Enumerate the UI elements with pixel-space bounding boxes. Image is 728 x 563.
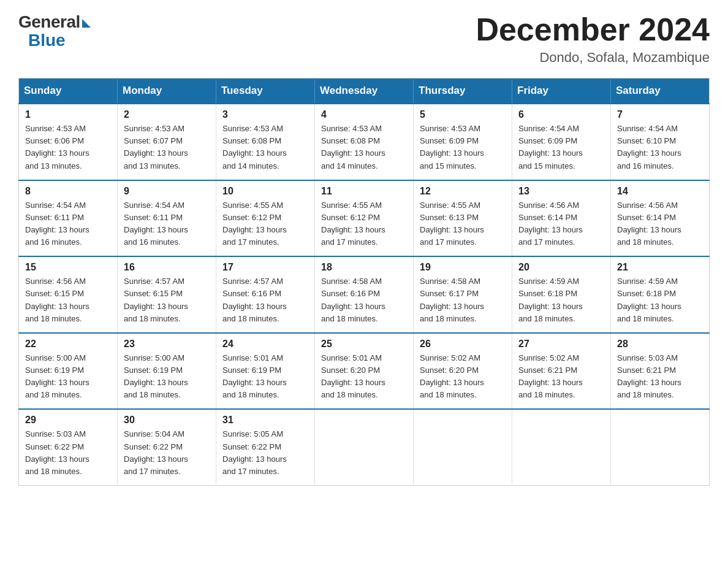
day-number: 28 xyxy=(617,339,703,350)
day-number: 21 xyxy=(617,262,703,273)
day-cell: 20Sunrise: 4:59 AMSunset: 6:18 PMDayligh… xyxy=(512,256,611,333)
day-number: 26 xyxy=(420,339,506,350)
day-cell: 10Sunrise: 4:55 AMSunset: 6:12 PMDayligh… xyxy=(216,180,315,257)
day-number: 24 xyxy=(222,339,308,350)
week-row-4: 22Sunrise: 5:00 AMSunset: 6:19 PMDayligh… xyxy=(19,333,710,410)
day-number: 2 xyxy=(124,109,210,120)
day-cell: 13Sunrise: 4:56 AMSunset: 6:14 PMDayligh… xyxy=(512,180,611,257)
day-number: 15 xyxy=(25,262,111,273)
day-cell xyxy=(414,409,512,485)
day-info: Sunrise: 4:57 AMSunset: 6:16 PMDaylight:… xyxy=(222,275,308,325)
day-cell: 5Sunrise: 4:53 AMSunset: 6:09 PMDaylight… xyxy=(414,104,512,180)
day-cell: 11Sunrise: 4:55 AMSunset: 6:12 PMDayligh… xyxy=(315,180,414,257)
day-info: Sunrise: 4:56 AMSunset: 6:15 PMDaylight:… xyxy=(25,275,111,325)
day-number: 31 xyxy=(222,415,308,426)
day-number: 4 xyxy=(321,109,407,120)
location-subtitle: Dondo, Sofala, Mozambique xyxy=(476,50,710,66)
calendar-header-row: SundayMondayTuesdayWednesdayThursdayFrid… xyxy=(19,79,710,104)
day-info: Sunrise: 5:05 AMSunset: 6:22 PMDaylight:… xyxy=(222,428,308,478)
day-cell: 21Sunrise: 4:59 AMSunset: 6:18 PMDayligh… xyxy=(611,256,710,333)
day-cell: 3Sunrise: 4:53 AMSunset: 6:08 PMDaylight… xyxy=(216,104,315,180)
day-cell: 29Sunrise: 5:03 AMSunset: 6:22 PMDayligh… xyxy=(19,409,118,485)
day-cell: 6Sunrise: 4:54 AMSunset: 6:09 PMDaylight… xyxy=(512,104,611,180)
day-number: 5 xyxy=(420,109,506,120)
day-number: 22 xyxy=(25,339,111,350)
day-info: Sunrise: 4:57 AMSunset: 6:15 PMDaylight:… xyxy=(124,275,210,325)
day-info: Sunrise: 4:53 AMSunset: 6:07 PMDaylight:… xyxy=(124,123,210,172)
day-number: 25 xyxy=(321,339,407,350)
day-cell: 30Sunrise: 5:04 AMSunset: 6:22 PMDayligh… xyxy=(118,409,216,485)
day-info: Sunrise: 5:03 AMSunset: 6:21 PMDaylight:… xyxy=(617,352,703,402)
day-cell: 31Sunrise: 5:05 AMSunset: 6:22 PMDayligh… xyxy=(216,409,315,485)
day-cell xyxy=(512,409,611,485)
day-info: Sunrise: 4:55 AMSunset: 6:12 PMDaylight:… xyxy=(321,199,407,249)
day-number: 8 xyxy=(25,186,111,197)
day-cell: 14Sunrise: 4:56 AMSunset: 6:14 PMDayligh… xyxy=(611,180,710,257)
logo-general-text: General xyxy=(18,12,80,32)
day-number: 10 xyxy=(222,186,308,197)
day-number: 20 xyxy=(518,262,604,273)
logo-arrow-icon xyxy=(82,19,91,28)
day-cell: 12Sunrise: 4:55 AMSunset: 6:13 PMDayligh… xyxy=(414,180,512,257)
day-cell: 15Sunrise: 4:56 AMSunset: 6:15 PMDayligh… xyxy=(19,256,118,333)
day-number: 12 xyxy=(420,186,506,197)
header-friday: Friday xyxy=(512,79,611,104)
header-sunday: Sunday xyxy=(19,79,118,104)
day-info: Sunrise: 4:55 AMSunset: 6:12 PMDaylight:… xyxy=(222,199,308,249)
header-monday: Monday xyxy=(118,79,216,104)
day-cell: 27Sunrise: 5:02 AMSunset: 6:21 PMDayligh… xyxy=(512,333,611,410)
week-row-1: 1Sunrise: 4:53 AMSunset: 6:06 PMDaylight… xyxy=(19,104,710,180)
day-info: Sunrise: 5:00 AMSunset: 6:19 PMDaylight:… xyxy=(25,352,111,402)
day-cell: 4Sunrise: 4:53 AMSunset: 6:08 PMDaylight… xyxy=(315,104,414,180)
day-info: Sunrise: 4:55 AMSunset: 6:13 PMDaylight:… xyxy=(420,199,506,249)
day-number: 11 xyxy=(321,186,407,197)
day-number: 29 xyxy=(25,415,111,426)
day-info: Sunrise: 4:59 AMSunset: 6:18 PMDaylight:… xyxy=(617,275,703,325)
header-thursday: Thursday xyxy=(414,79,512,104)
day-info: Sunrise: 4:54 AMSunset: 6:10 PMDaylight:… xyxy=(617,123,703,172)
day-info: Sunrise: 4:53 AMSunset: 6:06 PMDaylight:… xyxy=(25,123,111,172)
day-number: 13 xyxy=(518,186,604,197)
day-number: 27 xyxy=(518,339,604,350)
day-info: Sunrise: 4:58 AMSunset: 6:17 PMDaylight:… xyxy=(420,275,506,325)
day-cell: 9Sunrise: 4:54 AMSunset: 6:11 PMDaylight… xyxy=(118,180,216,257)
day-cell: 7Sunrise: 4:54 AMSunset: 6:10 PMDaylight… xyxy=(611,104,710,180)
day-cell: 25Sunrise: 5:01 AMSunset: 6:20 PMDayligh… xyxy=(315,333,414,410)
day-cell: 19Sunrise: 4:58 AMSunset: 6:17 PMDayligh… xyxy=(414,256,512,333)
day-number: 18 xyxy=(321,262,407,273)
day-info: Sunrise: 4:56 AMSunset: 6:14 PMDaylight:… xyxy=(617,199,703,249)
day-cell: 18Sunrise: 4:58 AMSunset: 6:16 PMDayligh… xyxy=(315,256,414,333)
day-number: 14 xyxy=(617,186,703,197)
day-number: 30 xyxy=(124,415,210,426)
day-info: Sunrise: 4:54 AMSunset: 6:11 PMDaylight:… xyxy=(25,199,111,249)
title-block: December 2024 Dondo, Sofala, Mozambique xyxy=(476,12,710,66)
day-info: Sunrise: 5:02 AMSunset: 6:20 PMDaylight:… xyxy=(420,352,506,402)
day-cell: 24Sunrise: 5:01 AMSunset: 6:19 PMDayligh… xyxy=(216,333,315,410)
day-info: Sunrise: 5:01 AMSunset: 6:20 PMDaylight:… xyxy=(321,352,407,402)
day-number: 16 xyxy=(124,262,210,273)
day-cell: 28Sunrise: 5:03 AMSunset: 6:21 PMDayligh… xyxy=(611,333,710,410)
week-row-3: 15Sunrise: 4:56 AMSunset: 6:15 PMDayligh… xyxy=(19,256,710,333)
day-cell: 16Sunrise: 4:57 AMSunset: 6:15 PMDayligh… xyxy=(118,256,216,333)
day-info: Sunrise: 4:58 AMSunset: 6:16 PMDaylight:… xyxy=(321,275,407,325)
day-number: 23 xyxy=(124,339,210,350)
day-cell: 23Sunrise: 5:00 AMSunset: 6:19 PMDayligh… xyxy=(118,333,216,410)
day-info: Sunrise: 4:53 AMSunset: 6:08 PMDaylight:… xyxy=(321,123,407,172)
day-cell: 2Sunrise: 4:53 AMSunset: 6:07 PMDaylight… xyxy=(118,104,216,180)
page-header: General Blue December 2024 Dondo, Sofala… xyxy=(18,12,710,66)
day-info: Sunrise: 5:04 AMSunset: 6:22 PMDaylight:… xyxy=(124,428,210,478)
day-info: Sunrise: 4:56 AMSunset: 6:14 PMDaylight:… xyxy=(518,199,604,249)
header-wednesday: Wednesday xyxy=(315,79,414,104)
day-cell: 1Sunrise: 4:53 AMSunset: 6:06 PMDaylight… xyxy=(19,104,118,180)
day-info: Sunrise: 4:53 AMSunset: 6:08 PMDaylight:… xyxy=(222,123,308,172)
day-cell xyxy=(315,409,414,485)
header-tuesday: Tuesday xyxy=(216,79,315,104)
day-info: Sunrise: 4:54 AMSunset: 6:11 PMDaylight:… xyxy=(124,199,210,249)
day-info: Sunrise: 5:01 AMSunset: 6:19 PMDaylight:… xyxy=(222,352,308,402)
day-info: Sunrise: 4:54 AMSunset: 6:09 PMDaylight:… xyxy=(518,123,604,172)
day-cell: 17Sunrise: 4:57 AMSunset: 6:16 PMDayligh… xyxy=(216,256,315,333)
day-info: Sunrise: 4:53 AMSunset: 6:09 PMDaylight:… xyxy=(420,123,506,172)
day-number: 7 xyxy=(617,109,703,120)
header-saturday: Saturday xyxy=(611,79,710,104)
day-number: 1 xyxy=(25,109,111,120)
